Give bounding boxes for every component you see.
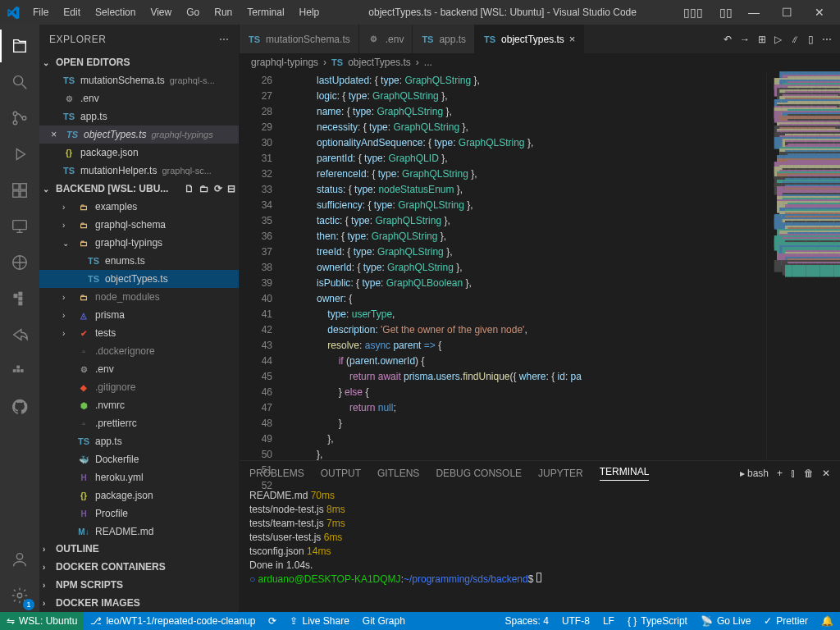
debug-icon[interactable] — [0, 138, 39, 171]
extensions-icon[interactable] — [0, 174, 39, 207]
tree-item[interactable]: TSapp.ts — [39, 432, 239, 450]
tree-item[interactable]: M↓README.md — [39, 523, 239, 540]
layout-icon[interactable]: ▯▯▯ — [679, 6, 707, 19]
tree-item[interactable]: ›🗀examples — [39, 198, 239, 216]
menu-file[interactable]: File — [26, 3, 55, 21]
docker-icon[interactable] — [0, 354, 39, 387]
workspace-header[interactable]: ⌄ BACKEND [WSL: UBU... 🗋 🗀 ⟳ ⊟ — [39, 180, 239, 198]
tree-item[interactable]: ⚙.env — [39, 360, 239, 378]
explorer-icon[interactable] — [0, 30, 39, 62]
open-editor-item[interactable]: {}package.json — [39, 144, 239, 162]
language-indicator[interactable]: { }TypeScript — [621, 612, 694, 630]
terminal-tab-jupyter[interactable]: JUPYTER — [538, 468, 583, 479]
menu-run[interactable]: Run — [208, 3, 239, 21]
liveshare-status[interactable]: ⇪Live Share — [283, 612, 355, 630]
open-editor-item[interactable]: TSmutationSchema.tsgraphql-s... — [39, 71, 239, 89]
tree-item[interactable]: ›🗀graphql-schema — [39, 216, 239, 234]
terminal-tab-gitlens[interactable]: GITLENS — [377, 468, 419, 479]
maximize-button[interactable]: ☐ — [773, 6, 801, 19]
branch-indicator[interactable]: ⎇leo/WT1-1/repeated-code-cleanup — [84, 612, 262, 630]
open-editor-item[interactable]: ⚙.env — [39, 89, 239, 107]
refresh-icon[interactable]: ⟳ — [214, 183, 222, 194]
section-outline[interactable]: ›OUTLINE — [39, 540, 239, 558]
tree-item[interactable]: ›✔tests — [39, 324, 239, 342]
new-terminal-icon[interactable]: + — [777, 468, 783, 479]
sync-indicator[interactable]: ⟳ — [262, 612, 283, 630]
tab-action-icon[interactable]: ▯ — [808, 34, 814, 45]
menu-edit[interactable]: Edit — [57, 3, 87, 21]
open-editor-item[interactable]: ×TSobjectTypes.tsgraphql-typings — [39, 126, 239, 144]
close-icon[interactable]: × — [569, 33, 576, 45]
terraform-icon[interactable] — [0, 282, 39, 315]
tree-item[interactable]: ▫.dockerignore — [39, 342, 239, 360]
encoding-indicator[interactable]: UTF-8 — [555, 612, 596, 630]
tab-action-icon[interactable]: ↶ — [724, 34, 732, 45]
editor-tab[interactable]: TSobjectTypes.ts× — [475, 25, 584, 53]
split-terminal-icon[interactable]: ⫿ — [791, 468, 796, 479]
notifications-icon[interactable]: 🔔 — [815, 612, 840, 630]
tree-item[interactable]: HProcfile — [39, 504, 239, 523]
tree-item[interactable]: TSenums.ts — [39, 252, 239, 270]
settings-icon[interactable]: 1 — [0, 579, 39, 612]
open-editor-item[interactable]: TSapp.ts — [39, 107, 239, 126]
code-editor[interactable]: lastUpdated: { type: GraphQLString }, lo… — [284, 71, 766, 460]
search-icon[interactable] — [0, 66, 39, 98]
menu-help[interactable]: Help — [293, 3, 326, 21]
tab-action-icon[interactable]: ⋯ — [822, 34, 832, 45]
accounts-icon[interactable] — [0, 543, 39, 576]
new-folder-icon[interactable]: 🗀 — [199, 183, 209, 194]
close-icon[interactable]: × — [51, 129, 61, 140]
editor-tab[interactable]: TSapp.ts — [413, 25, 475, 53]
tree-item[interactable]: TSobjectTypes.ts — [39, 270, 239, 288]
new-file-icon[interactable]: 🗋 — [185, 183, 194, 194]
remote-indicator[interactable]: ⇋WSL: Ubuntu — [0, 612, 84, 630]
gitgraph-status[interactable]: Git Graph — [356, 612, 412, 630]
menu-go[interactable]: Go — [180, 3, 206, 21]
open-editors-header[interactable]: ⌄ OPEN EDITORS — [39, 53, 239, 71]
tree-item[interactable]: Hheroku.yml — [39, 468, 239, 486]
tree-item[interactable]: {}package.json — [39, 486, 239, 504]
more-icon[interactable]: ⋯ — [219, 34, 230, 45]
menu-terminal[interactable]: Terminal — [240, 3, 290, 21]
shell-select[interactable]: ▸ bash — [740, 468, 769, 479]
terminal-tab-debug-console[interactable]: DEBUG CONSOLE — [436, 468, 522, 479]
breadcrumb[interactable]: graphql-typings › TS objectTypes.ts › ..… — [240, 53, 840, 71]
kill-terminal-icon[interactable]: 🗑 — [804, 468, 814, 479]
tree-item[interactable]: ⌄🗀graphql-typings — [39, 234, 239, 252]
menu-selection[interactable]: Selection — [89, 3, 142, 21]
terminal-tab-output[interactable]: OUTPUT — [321, 468, 361, 479]
tab-action-icon[interactable]: → — [740, 34, 750, 45]
menu-view[interactable]: View — [144, 3, 178, 21]
close-button[interactable]: ✕ — [806, 6, 833, 19]
tab-action-icon[interactable]: ⊞ — [758, 34, 766, 45]
source-control-icon[interactable] — [0, 102, 39, 135]
tree-item[interactable]: 🐳Dockerfile — [39, 450, 239, 468]
minimize-button[interactable]: — — [740, 6, 768, 19]
tree-item[interactable]: ⬢.nvmrc — [39, 396, 239, 414]
editor-tab[interactable]: TSmutationSchema.ts — [240, 25, 359, 53]
prettier-indicator[interactable]: ✓Prettier — [757, 612, 815, 630]
github-icon[interactable] — [0, 390, 39, 423]
open-editor-item[interactable]: TSmutationHelper.tsgraphql-sc... — [39, 162, 239, 180]
terminal-tab-terminal[interactable]: TERMINAL — [600, 466, 650, 481]
section-docker-images[interactable]: ›DOCKER IMAGES — [39, 594, 239, 612]
spaces-indicator[interactable]: Spaces: 4 — [499, 612, 555, 630]
editor-tab[interactable]: ⚙.env — [359, 25, 413, 53]
tree-item[interactable]: ▫.prettierrc — [39, 414, 239, 432]
tree-item[interactable]: ›🗀node_modules — [39, 288, 239, 306]
tree-item[interactable]: ›◬prisma — [39, 306, 239, 324]
tab-action-icon[interactable]: ▷ — [774, 34, 782, 45]
tab-action-icon[interactable]: ⫽ — [790, 34, 800, 45]
collapse-icon[interactable]: ⊟ — [227, 183, 235, 194]
golive-indicator[interactable]: 📡Go Live — [694, 612, 757, 630]
remote-explorer-icon[interactable] — [0, 210, 39, 243]
eol-indicator[interactable]: LF — [596, 612, 621, 630]
share-icon[interactable] — [0, 318, 39, 351]
liveshare-icon[interactable] — [0, 246, 39, 279]
layout-icon[interactable]: ▯▯ — [712, 6, 740, 19]
section-npm-scripts[interactable]: ›NPM SCRIPTS — [39, 576, 239, 594]
terminal-body[interactable]: README.md 70mstests/node-test.js 8mstest… — [240, 486, 840, 612]
minimap[interactable]: ████████████████████████████████████ ███… — [766, 71, 840, 460]
section-docker-containers[interactable]: ›DOCKER CONTAINERS — [39, 558, 239, 576]
tree-item[interactable]: ◆.gitignore — [39, 378, 239, 396]
